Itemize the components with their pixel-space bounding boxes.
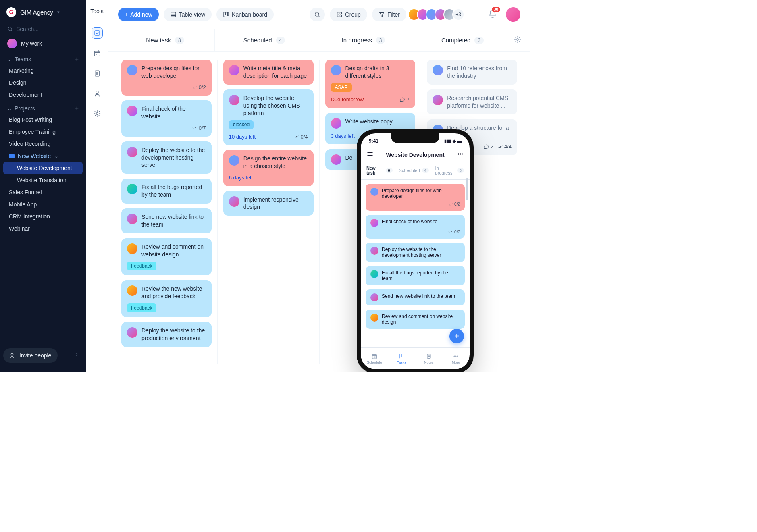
rail-notes-icon[interactable] [92,68,103,79]
card-title: Design drafts in 3 different styles [345,64,410,80]
search-input[interactable]: Search... [3,23,83,35]
sidebar-item-mobile[interactable]: Mobile App [3,198,83,210]
projects-section-header[interactable]: ⌄Projects + [3,101,83,114]
search-button[interactable] [310,8,325,21]
task-card[interactable]: Deploy the website to the production env… [121,322,212,347]
phone-add-button[interactable]: + [449,329,464,343]
phone-nav-more[interactable]: More [443,348,470,369]
filter-button[interactable]: Filter [372,8,406,21]
brand-name: GIM Agency [20,9,53,16]
folder-icon [9,154,15,158]
task-card[interactable]: Send new website link to the team [121,208,212,233]
col-count: 3 [474,37,484,44]
add-team-button[interactable]: + [75,56,79,63]
sidebar-item-website-trans[interactable]: Website Translation [3,174,83,186]
member-avatars[interactable]: +3 [411,8,464,21]
battery-icon: ▬ [457,139,462,144]
task-card[interactable]: Design drafts in 3 different stylesASAPD… [325,60,416,108]
nav-label: Tasks [397,360,406,364]
phone-title: Website Development [386,152,444,158]
task-card[interactable]: Implement responsive design [223,191,314,216]
board-settings-button[interactable] [512,36,523,45]
task-card[interactable]: Develop the website using the chosen CMS… [223,89,314,145]
svg-point-26 [457,356,458,357]
collapse-sidebar-button[interactable] [71,349,83,362]
svg-rect-14 [340,12,341,14]
phone-task-card[interactable]: Review and comment on website design [366,310,465,329]
task-card[interactable]: Find 10 references from the industry [427,60,517,85]
phone-task-card[interactable]: Final check of the website0/7 [366,215,465,239]
sidebar-item-development[interactable]: Development [3,89,83,101]
add-new-label: Add new [130,11,152,18]
phone-card-list[interactable]: Prepare design files for web developer0/… [361,180,470,347]
calendar-icon: 13 [371,353,378,360]
phone-task-card[interactable]: Prepare design files for web developer0/… [366,184,465,211]
table-view-button[interactable]: Table view [164,8,212,21]
phone-scrollbar[interactable] [466,178,468,200]
phone-tab-new-task[interactable]: New task8 [366,163,393,179]
teams-section-header[interactable]: ⌄Teams + [3,52,83,64]
card-due: Due tomorrow [331,96,364,103]
my-work-link[interactable]: My work [3,35,83,52]
sidebar-item-design[interactable]: Design [3,77,83,89]
table-view-label: Table view [179,11,205,18]
sidebar-item-crm[interactable]: CRM Integration [3,210,83,222]
rail-settings-icon[interactable] [92,108,103,119]
task-card[interactable]: Prepare design files for web developer0/… [121,60,212,96]
sidebar-item-blog[interactable]: Blog Post Writing [3,114,83,126]
add-project-button[interactable]: + [75,105,79,112]
chevron-down-icon: ⌄ [7,56,12,62]
phone-nav-tasks[interactable]: Tasks [388,348,416,369]
task-card[interactable]: Review the new website and provide feedb… [121,280,212,317]
more-members[interactable]: +3 [452,8,464,21]
avatar [127,184,137,194]
chevron-down-icon: ▾ [57,10,60,15]
phone-nav-schedule[interactable]: 13Schedule [361,348,388,369]
card-due: 3 days left [331,133,355,140]
task-card[interactable]: Research potential CMS platforms for web… [427,89,517,114]
task-card[interactable]: Deploy the website to the development ho… [121,141,212,174]
phone-task-card[interactable]: Deploy the website to the development ho… [366,243,465,262]
sidebar-item-video[interactable]: Video Recording [3,138,83,150]
rail-calendar-icon[interactable]: 31 [92,48,103,59]
sidebar-folder-new-website[interactable]: New Website ⌄ [3,150,83,162]
sidebar-item-webinar[interactable]: Webinar [3,222,83,235]
rail-tasks-icon[interactable] [92,27,103,39]
card-meta: 6 days left [229,174,308,181]
phone-status-icons: ▮▮▮ ◆ ▬ [444,139,462,144]
chevron-right-icon [74,352,79,357]
kanban-view-button[interactable]: Kanban board [216,8,274,21]
filter-icon [378,11,385,18]
add-new-button[interactable]: + Add new [118,8,159,21]
sidebar-item-training[interactable]: Employee Training [3,126,83,138]
avatar [331,154,341,165]
invite-people-button[interactable]: Invite people [3,348,58,363]
task-card[interactable]: Fix all the bugs reported by the team [121,179,212,204]
phone-tab-in-progress[interactable]: In progress3 [435,163,464,179]
task-card[interactable]: Design the entire website in a chosen st… [223,150,314,186]
wifi-icon: ◆ [453,139,456,144]
column-header-new-task: New task 8 [116,29,215,51]
notifications-button[interactable]: 30 [488,9,497,20]
hamburger-icon[interactable] [366,150,374,159]
sidebar-item-sales[interactable]: Sales Funnel [3,186,83,198]
phone-task-card[interactable]: Fix all the bugs reported by the team [366,266,465,285]
sidebar-item-marketing[interactable]: Marketing [3,64,83,77]
sidebar-item-website-dev[interactable]: Website Development [3,162,83,174]
task-card[interactable]: Final check of the website0/7 [121,100,212,136]
card-title: Prepare design files for web developer [382,188,460,199]
check-count: 0/4 [293,133,308,141]
phone-task-card[interactable]: Send new website link to the team [366,289,465,305]
column-headers: New task 8 Scheduled 4 In progress 3 Com… [108,29,530,52]
task-card[interactable]: Review and comment on website designFeed… [121,238,212,275]
group-button[interactable]: Group [330,8,367,21]
workspace-switcher[interactable]: G GIM Agency ▾ [3,6,83,23]
phone-tab-scheduled[interactable]: Scheduled4 [399,163,429,179]
profile-avatar[interactable] [506,7,520,22]
gear-icon [514,36,521,43]
task-card[interactable]: Write meta title & meta description for … [223,60,314,85]
card-title: Prepare design files for web developer [141,64,206,80]
more-icon[interactable] [457,150,464,159]
rail-people-icon[interactable] [92,88,103,99]
phone-nav-notes[interactable]: Notes [415,348,443,369]
